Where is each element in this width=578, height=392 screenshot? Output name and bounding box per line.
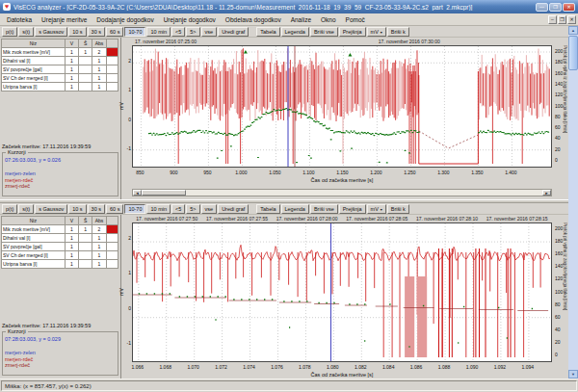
signal-row-mik-zvok-meritve-mv[interactable]: Mik zvok meritve [mV]112 [2,48,118,57]
signal-color-swatch[interactable] [106,74,118,83]
signal-row-sv-ch-der-merged-l[interactable]: SV Ch der merged [l]11 [2,251,118,260]
toolbar-button-s-gaussov[interactable]: s Gaussov [35,27,67,37]
signal-row-sv-povpre-je-gal[interactable]: SV povprečje [gal]11 [2,243,118,251]
toolbar-button-bri-i-k[interactable]: Briši k [387,27,409,37]
signal-color-swatch[interactable] [106,48,118,57]
toolbar-button-5[interactable]: <5 [171,27,185,37]
signal-s-flag [78,243,92,251]
toolbar-button-prej-nja[interactable]: Prejšnja [339,27,366,37]
toolbar-button-30-s[interactable]: 30 s [88,27,105,37]
signal-visible-flag[interactable]: 1 [65,48,78,57]
toolbar-button-60-s[interactable]: 60 s [106,27,123,37]
toolbar-button-bri-i-k[interactable]: Briši k [387,204,409,214]
signal-row-mik-zvok-meritve-mv[interactable]: Mik zvok meritve [mV]112 [2,225,118,234]
toolbar-unit-dropdown[interactable]: mV▾ [367,27,386,37]
toolbar-button-bri-i-vse[interactable]: Briši vse [310,204,338,214]
signal-visible-flag[interactable]: 1 [65,57,78,65]
toolbar-button-5[interactable]: 5> [186,27,199,37]
signal-visible-flag[interactable]: 1 [65,243,78,251]
mdi-restore-button[interactable]: ❐ [558,15,566,24]
toolbar-button-vse[interactable]: vse [201,27,218,37]
cursor-value-upper: 07:26:03.003, y = 0.026 [5,157,116,163]
vertical-scrollbar[interactable]: ▲ ▼ [568,26,578,379]
menu-analize[interactable]: Analize [286,15,316,24]
mdi-minimize-button[interactable]: – [548,15,557,24]
scroll-down-icon[interactable]: ▼ [568,370,578,379]
horizontal-scrollbar[interactable]: ◄► [132,189,552,196]
signal-row-utripna-barva-l[interactable]: Utripna barva [l]11 [2,260,118,269]
signal-visible-flag[interactable]: 1 [65,260,78,269]
x-axis-tick: 850 [127,170,152,175]
toolbar-button-legenda[interactable]: Legenda [281,204,309,214]
vertical-scrollbar-track[interactable] [568,71,578,370]
signal-color-swatch[interactable] [106,243,118,251]
menu-okno[interactable]: Okno [316,15,341,24]
signal-visible-flag[interactable]: 1 [65,74,78,83]
horizontal-scrollbar-track[interactable] [186,190,542,196]
mdi-close-button[interactable]: ✕ [567,15,576,24]
toolbar-button-10-min[interactable]: 10 min [146,204,171,214]
toolbar-button-uredi-graf[interactable]: Uredi graf [218,204,249,214]
signal-visible-flag[interactable]: 1 [65,234,78,243]
close-button[interactable]: ✕ [563,3,575,12]
toolbar-button-s-t[interactable]: s(t) [18,204,34,214]
vertical-scrollbar-thumb[interactable] [568,36,578,70]
toolbar-button-10-s[interactable]: 10 s [68,204,86,214]
scroll-right-icon[interactable]: ► [542,190,551,196]
menu-obdelava-dogodkov[interactable]: Obdelava dogodkov [221,15,286,24]
signal-color-swatch[interactable] [106,251,118,260]
toolbar-button-10-70[interactable]: 10-70 [124,204,145,214]
maximize-button[interactable]: ❐ [549,3,562,12]
toolbar-button-5[interactable]: <5 [171,204,185,214]
signal-row-dihalni-val-l[interactable]: Dihalni val [l]11 [2,234,118,243]
menu-datoteka[interactable]: Datoteka [2,15,37,24]
toolbar-button-vse[interactable]: vse [201,204,218,214]
toolbar-button-p-t[interactable]: p(t) [2,27,17,37]
cursors-box-title: Kurzorji [6,328,28,334]
scroll-up-icon[interactable]: ▲ [568,26,578,35]
signal-color-swatch[interactable] [106,83,118,91]
signal-color-swatch[interactable] [106,234,118,243]
toolbar-unit-dropdown[interactable]: mV▾ [367,204,386,214]
signal-color-swatch[interactable] [106,57,118,65]
signal-color-swatch[interactable] [106,260,118,269]
signal-visible-flag[interactable]: 1 [65,225,78,234]
signal-visible-flag[interactable]: 1 [65,83,78,91]
signal-visible-flag[interactable]: 1 [65,65,78,74]
toolbar-button-30-s[interactable]: 30 s [88,204,105,214]
menu-urejanje-meritve[interactable]: Urejanje meritve [37,15,92,24]
signal-row-dihalni-val-l[interactable]: Dihalni val [l]11 [2,57,118,65]
legend-upper: merjen-zelenmerjen-rdečzmerj-rdeč [5,170,116,190]
chevron-down-icon: ▾ [381,30,382,35]
toolbar-button-10-70[interactable]: 10-70 [124,27,145,37]
menu-dodajanje-dogodkov[interactable]: Dodajanje dogodkov [92,15,158,24]
horizontal-scrollbar-thumb[interactable] [142,190,186,196]
minimize-button[interactable]: — [536,3,548,12]
x-axis-tick: 1.084 [376,364,401,370]
signal-visible-flag[interactable]: 1 [65,251,78,260]
toolbar-button-prej-nja[interactable]: Prejšnja [339,204,366,214]
toolbar-button-tabela[interactable]: Tabela [256,204,279,214]
signal-color-swatch[interactable] [106,65,118,74]
toolbar-button-s-t[interactable]: s(t) [18,27,34,37]
toolbar-button-10-min[interactable]: 10 min [146,27,171,37]
timestamp-label: 17. november 2016 07:30:00 [366,39,453,44]
toolbar-button-5[interactable]: 5> [186,204,199,214]
signal-row-utripna-barva-l[interactable]: Utripna barva [l]11 [2,83,118,91]
scroll-left-icon[interactable]: ◄ [133,190,142,196]
menu-urejanje-dogodkov[interactable]: Urejanje dogodkov [159,15,221,24]
toolbar-button-bri-i-vse[interactable]: Briši vse [310,27,338,37]
toolbar-button-s-gaussov[interactable]: s Gaussov [35,204,67,214]
signal-row-sv-ch-der-merged-l[interactable]: SV Ch der merged [l]11 [2,74,118,83]
menu-pomo[interactable]: Pomoč [341,15,370,24]
toolbar-button-p-t[interactable]: p(t) [2,204,17,214]
signal-s-flag [78,57,92,65]
signal-color-swatch[interactable] [106,225,118,234]
toolbar-button-10-s[interactable]: 10 s [68,27,86,37]
toolbar-button-legenda[interactable]: Legenda [281,27,309,37]
toolbar-button-uredi-graf[interactable]: Uredi graf [218,27,249,37]
toolbar-button-60-s[interactable]: 60 s [106,204,123,214]
signal-abs-flag: 1 [92,243,106,251]
signal-row-sv-povpre-je-gal[interactable]: SV povprečje [gal]11 [2,65,118,74]
toolbar-button-tabela[interactable]: Tabela [256,27,279,37]
